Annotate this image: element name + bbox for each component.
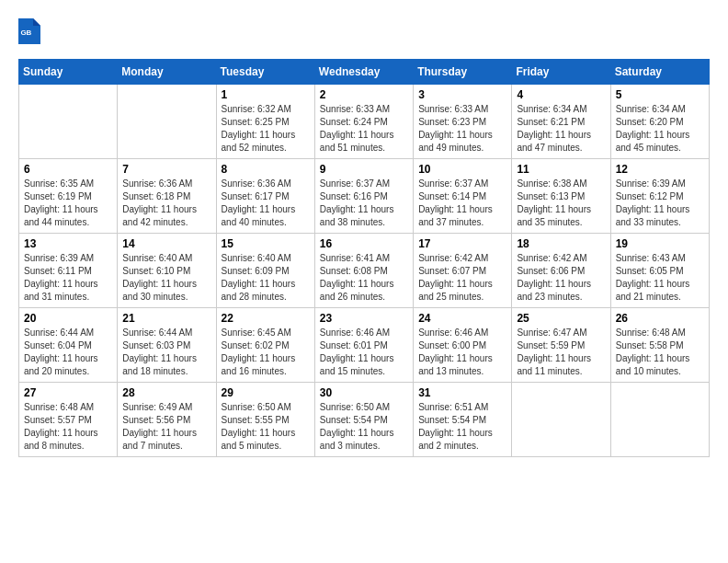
- day-number: 9: [320, 163, 408, 176]
- day-number: 15: [222, 237, 310, 250]
- calendar-cell: 12Sunrise: 6:39 AM Sunset: 6:12 PM Dayli…: [610, 159, 709, 234]
- day-info: Sunrise: 6:47 AM Sunset: 5:59 PM Dayligh…: [517, 327, 605, 378]
- svg-marker-1: [33, 18, 40, 26]
- day-number: 6: [24, 163, 112, 176]
- calendar-cell: 30Sunrise: 6:50 AM Sunset: 5:54 PM Dayli…: [314, 383, 413, 457]
- svg-text:GB: GB: [20, 29, 31, 37]
- day-number: 19: [616, 237, 704, 250]
- day-number: 5: [616, 88, 704, 101]
- calendar-cell: 27Sunrise: 6:48 AM Sunset: 5:57 PM Dayli…: [19, 383, 118, 457]
- day-info: Sunrise: 6:44 AM Sunset: 6:03 PM Dayligh…: [122, 327, 210, 378]
- day-info: Sunrise: 6:36 AM Sunset: 6:18 PM Dayligh…: [122, 178, 210, 229]
- day-number: 8: [222, 163, 310, 176]
- day-info: Sunrise: 6:35 AM Sunset: 6:19 PM Dayligh…: [24, 178, 112, 229]
- logo: GB: [18, 18, 44, 44]
- day-number: 31: [418, 386, 506, 399]
- day-info: Sunrise: 6:42 AM Sunset: 6:06 PM Dayligh…: [517, 252, 605, 304]
- calendar-cell: [512, 383, 610, 457]
- calendar-cell: 3Sunrise: 6:33 AM Sunset: 6:23 PM Daylig…: [414, 85, 512, 159]
- calendar-cell: 10Sunrise: 6:37 AM Sunset: 6:14 PM Dayli…: [414, 159, 512, 234]
- day-number: 29: [222, 386, 310, 399]
- calendar-week-1: 1Sunrise: 6:32 AM Sunset: 6:25 PM Daylig…: [19, 85, 710, 159]
- page-header: GB: [18, 18, 710, 44]
- logo-icon: GB: [18, 18, 40, 44]
- day-number: 14: [122, 237, 210, 250]
- day-info: Sunrise: 6:34 AM Sunset: 6:21 PM Dayligh…: [517, 103, 605, 155]
- calendar-cell: 16Sunrise: 6:41 AM Sunset: 6:08 PM Dayli…: [314, 234, 413, 308]
- calendar-cell: 5Sunrise: 6:34 AM Sunset: 6:20 PM Daylig…: [610, 85, 709, 159]
- day-number: 30: [320, 386, 408, 399]
- day-info: Sunrise: 6:39 AM Sunset: 6:12 PM Dayligh…: [616, 178, 704, 229]
- calendar-cell: 26Sunrise: 6:48 AM Sunset: 5:58 PM Dayli…: [610, 308, 709, 383]
- calendar-cell: 28Sunrise: 6:49 AM Sunset: 5:56 PM Dayli…: [118, 383, 216, 457]
- day-number: 23: [320, 312, 408, 325]
- day-info: Sunrise: 6:44 AM Sunset: 6:04 PM Dayligh…: [24, 327, 112, 378]
- calendar-cell: 9Sunrise: 6:37 AM Sunset: 6:16 PM Daylig…: [314, 159, 413, 234]
- calendar-header-monday: Monday: [118, 60, 216, 85]
- day-number: 18: [517, 237, 605, 250]
- day-info: Sunrise: 6:41 AM Sunset: 6:08 PM Dayligh…: [320, 252, 408, 304]
- calendar-cell: 19Sunrise: 6:43 AM Sunset: 6:05 PM Dayli…: [610, 234, 709, 308]
- calendar-cell: [118, 85, 216, 159]
- day-number: 10: [418, 163, 506, 176]
- day-info: Sunrise: 6:33 AM Sunset: 6:23 PM Dayligh…: [418, 103, 506, 155]
- calendar-header-sunday: Sunday: [19, 60, 118, 85]
- day-number: 20: [24, 312, 112, 325]
- calendar-cell: 8Sunrise: 6:36 AM Sunset: 6:17 PM Daylig…: [216, 159, 314, 234]
- day-info: Sunrise: 6:38 AM Sunset: 6:13 PM Dayligh…: [517, 178, 605, 229]
- calendar-cell: 21Sunrise: 6:44 AM Sunset: 6:03 PM Dayli…: [118, 308, 216, 383]
- calendar-week-4: 20Sunrise: 6:44 AM Sunset: 6:04 PM Dayli…: [19, 308, 710, 383]
- day-number: 12: [616, 163, 704, 176]
- calendar-cell: 24Sunrise: 6:46 AM Sunset: 6:00 PM Dayli…: [414, 308, 512, 383]
- day-info: Sunrise: 6:42 AM Sunset: 6:07 PM Dayligh…: [418, 252, 506, 304]
- day-number: 28: [122, 386, 210, 399]
- calendar-cell: 4Sunrise: 6:34 AM Sunset: 6:21 PM Daylig…: [512, 85, 610, 159]
- day-info: Sunrise: 6:50 AM Sunset: 5:55 PM Dayligh…: [222, 401, 310, 453]
- day-number: 13: [24, 237, 112, 250]
- day-info: Sunrise: 6:43 AM Sunset: 6:05 PM Dayligh…: [616, 252, 704, 304]
- day-number: 24: [418, 312, 506, 325]
- calendar-table: SundayMondayTuesdayWednesdayThursdayFrid…: [18, 59, 710, 457]
- calendar-cell: 1Sunrise: 6:32 AM Sunset: 6:25 PM Daylig…: [216, 85, 314, 159]
- day-info: Sunrise: 6:45 AM Sunset: 6:02 PM Dayligh…: [222, 327, 310, 378]
- day-info: Sunrise: 6:37 AM Sunset: 6:16 PM Dayligh…: [320, 178, 408, 229]
- calendar-header-saturday: Saturday: [610, 60, 709, 85]
- day-info: Sunrise: 6:34 AM Sunset: 6:20 PM Dayligh…: [616, 103, 704, 155]
- day-number: 4: [517, 88, 605, 101]
- calendar-cell: 20Sunrise: 6:44 AM Sunset: 6:04 PM Dayli…: [19, 308, 118, 383]
- calendar-cell: 25Sunrise: 6:47 AM Sunset: 5:59 PM Dayli…: [512, 308, 610, 383]
- day-number: 27: [24, 386, 112, 399]
- calendar-header-row: SundayMondayTuesdayWednesdayThursdayFrid…: [19, 60, 710, 85]
- calendar-cell: 31Sunrise: 6:51 AM Sunset: 5:54 PM Dayli…: [414, 383, 512, 457]
- calendar-cell: 18Sunrise: 6:42 AM Sunset: 6:06 PM Dayli…: [512, 234, 610, 308]
- day-number: 26: [616, 312, 704, 325]
- day-info: Sunrise: 6:46 AM Sunset: 6:00 PM Dayligh…: [418, 327, 506, 378]
- day-number: 2: [320, 88, 408, 101]
- calendar-week-5: 27Sunrise: 6:48 AM Sunset: 5:57 PM Dayli…: [19, 383, 710, 457]
- day-info: Sunrise: 6:37 AM Sunset: 6:14 PM Dayligh…: [418, 178, 506, 229]
- day-info: Sunrise: 6:32 AM Sunset: 6:25 PM Dayligh…: [222, 103, 310, 155]
- day-number: 25: [517, 312, 605, 325]
- day-info: Sunrise: 6:36 AM Sunset: 6:17 PM Dayligh…: [222, 178, 310, 229]
- day-info: Sunrise: 6:39 AM Sunset: 6:11 PM Dayligh…: [24, 252, 112, 304]
- calendar-header-friday: Friday: [512, 60, 610, 85]
- calendar-cell: 2Sunrise: 6:33 AM Sunset: 6:24 PM Daylig…: [314, 85, 413, 159]
- calendar-cell: 29Sunrise: 6:50 AM Sunset: 5:55 PM Dayli…: [216, 383, 314, 457]
- day-number: 22: [222, 312, 310, 325]
- calendar-cell: [610, 383, 709, 457]
- day-info: Sunrise: 6:40 AM Sunset: 6:09 PM Dayligh…: [222, 252, 310, 304]
- calendar-cell: 14Sunrise: 6:40 AM Sunset: 6:10 PM Dayli…: [118, 234, 216, 308]
- day-number: 3: [418, 88, 506, 101]
- calendar-week-3: 13Sunrise: 6:39 AM Sunset: 6:11 PM Dayli…: [19, 234, 710, 308]
- calendar-header-tuesday: Tuesday: [216, 60, 314, 85]
- day-info: Sunrise: 6:33 AM Sunset: 6:24 PM Dayligh…: [320, 103, 408, 155]
- calendar-cell: 6Sunrise: 6:35 AM Sunset: 6:19 PM Daylig…: [19, 159, 118, 234]
- calendar-cell: 11Sunrise: 6:38 AM Sunset: 6:13 PM Dayli…: [512, 159, 610, 234]
- calendar-week-2: 6Sunrise: 6:35 AM Sunset: 6:19 PM Daylig…: [19, 159, 710, 234]
- calendar-cell: 15Sunrise: 6:40 AM Sunset: 6:09 PM Dayli…: [216, 234, 314, 308]
- day-number: 21: [122, 312, 210, 325]
- day-info: Sunrise: 6:48 AM Sunset: 5:58 PM Dayligh…: [616, 327, 704, 378]
- day-number: 11: [517, 163, 605, 176]
- day-number: 7: [122, 163, 210, 176]
- day-number: 16: [320, 237, 408, 250]
